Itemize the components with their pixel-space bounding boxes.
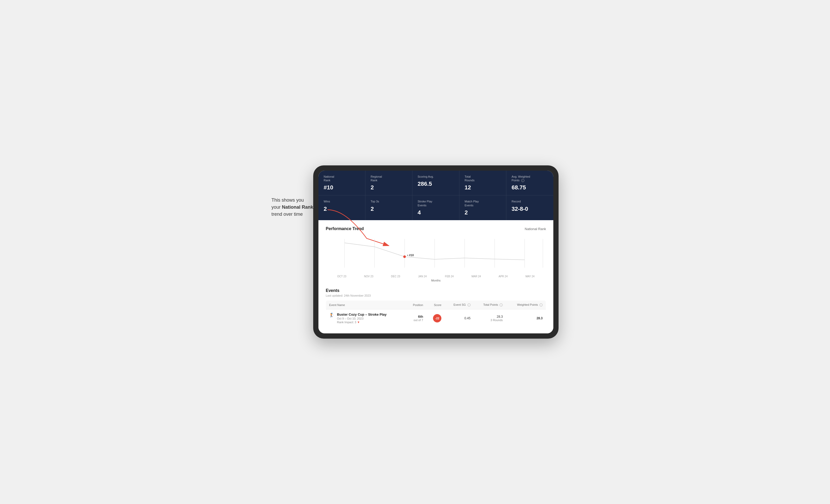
col-event-name: Event Name: [326, 301, 406, 309]
stat-scoring-avg-value: 286.5: [418, 180, 454, 187]
event-name: Buster Cozy Cup – Stroke Play: [337, 312, 387, 316]
x-label-apr24: APR 24: [490, 275, 516, 278]
weighted-points-cell: 28.3: [506, 309, 546, 327]
chart-header: Performance Trend National Rank: [326, 227, 546, 231]
scene: This shows you your National Rank trend …: [272, 165, 558, 339]
stat-scoring-avg-label: Scoring Avg.: [418, 175, 454, 178]
stat-avg-weighted-points: Avg. WeightedPoints i 68.75: [506, 171, 553, 196]
chart-svg: • #10: [326, 236, 546, 273]
stat-stroke-play-events: Stroke PlayEvents 4: [412, 195, 459, 220]
event-position-cell: 6th out of 7: [406, 309, 426, 327]
event-sg-value: 0.45: [464, 316, 470, 320]
stat-national-rank-value: #10: [324, 184, 360, 191]
stats-row2: Wins 2 Top 3s 2 Stroke PlayEvents 4 Matc…: [318, 195, 553, 220]
event-position-sub: out of 7: [409, 318, 423, 322]
col-event-sg: Event SG i: [445, 301, 474, 309]
events-last-updated: Last updated: 24th November 2023: [326, 294, 546, 297]
chart-section: Performance Trend National Rank: [318, 220, 553, 288]
stat-avg-weighted-value: 68.75: [512, 184, 548, 191]
x-label-feb24: FEB 24: [436, 275, 463, 278]
info-icon-tp: i: [500, 303, 503, 306]
stat-wins-value: 2: [324, 206, 360, 212]
stat-regional-rank-value: 2: [371, 184, 407, 191]
table-row: 🏌️ Buster Cozy Cup – Stroke Play Oct 9 –…: [326, 309, 546, 327]
total-points-value: 28.3: [477, 315, 503, 318]
stat-record: Record 32-8-0: [506, 195, 553, 220]
stat-national-rank: NationalRank #10: [318, 171, 365, 196]
x-label-mar24: MAR 24: [463, 275, 490, 278]
stats-row1: NationalRank #10 RegionalRank 2 Scoring …: [318, 171, 553, 196]
chart-x-labels: OCT 23 NOV 23 DEC 23 JAN 24 FEB 24 MAR 2…: [326, 275, 546, 278]
info-icon-wp: i: [540, 303, 543, 306]
x-label-jan24: JAN 24: [409, 275, 436, 278]
event-score-badge: -22: [433, 314, 441, 323]
stat-total-rounds-label: TotalRounds: [465, 175, 501, 182]
table-header-row: Event Name Position Score Event SG i: [326, 301, 546, 309]
tooltip-line2: your: [272, 204, 282, 210]
stat-wins: Wins 2: [318, 195, 365, 220]
stat-top3s-label: Top 3s: [371, 200, 407, 203]
event-score-cell: -22: [426, 309, 445, 327]
tooltip-line1: This shows you: [272, 198, 304, 203]
stat-top3s: Top 3s 2: [365, 195, 412, 220]
stat-regional-rank: RegionalRank 2: [365, 171, 412, 196]
tooltip-container: This shows you your National Rank trend …: [272, 197, 313, 218]
x-label-oct23: OCT 23: [328, 275, 355, 278]
stat-top3s-value: 2: [371, 206, 407, 212]
stat-record-label: Record: [512, 200, 548, 203]
stat-regional-rank-label: RegionalRank: [371, 175, 407, 182]
stat-stroke-play-label: Stroke PlayEvents: [418, 200, 454, 207]
events-table: Event Name Position Score Event SG i: [326, 300, 546, 327]
events-header: Events: [326, 288, 546, 293]
event-name-cell: 🏌️ Buster Cozy Cup – Stroke Play Oct 9 –…: [326, 309, 406, 327]
event-sg-cell: 0.45: [445, 309, 474, 327]
rank-impact: Rank Impact: 3 ▼: [337, 321, 387, 324]
x-label-dec23: DEC 23: [382, 275, 409, 278]
x-label-nov23: NOV 23: [355, 275, 382, 278]
col-total-points: Total Points i: [474, 301, 506, 309]
total-rounds-value: 3 Rounds: [477, 318, 503, 322]
x-label-may24: MAY 24: [516, 275, 543, 278]
total-points-cell: 28.3 3 Rounds: [474, 309, 506, 327]
tablet-device: NationalRank #10 RegionalRank 2 Scoring …: [313, 165, 558, 339]
tablet-screen: NationalRank #10 RegionalRank 2 Scoring …: [318, 171, 553, 333]
event-info: Buster Cozy Cup – Stroke Play Oct 9 – Oc…: [337, 312, 387, 324]
stat-national-rank-label: NationalRank: [324, 175, 360, 182]
stat-wins-label: Wins: [324, 200, 360, 203]
stat-avg-weighted-label: Avg. WeightedPoints i: [512, 175, 548, 182]
weighted-points-value: 28.3: [537, 316, 543, 320]
stat-total-rounds: TotalRounds 12: [459, 171, 506, 196]
rank-impact-label: Rank Impact: 3: [337, 321, 356, 324]
stat-record-value: 32-8-0: [512, 206, 548, 212]
chart-x-axis-label: Months: [326, 279, 546, 282]
chart-area: • #10: [326, 236, 546, 273]
chart-rank-label: • #10: [407, 254, 414, 257]
col-score: Score: [426, 301, 445, 309]
events-table-body: 🏌️ Buster Cozy Cup – Stroke Play Oct 9 –…: [326, 309, 546, 327]
stat-match-play-events: Match PlayEvents 2: [459, 195, 506, 220]
tooltip-bold: National Rank: [282, 204, 313, 210]
info-icon-sg: i: [468, 303, 471, 306]
rank-impact-arrow: ▼: [357, 321, 360, 324]
stat-scoring-avg: Scoring Avg. 286.5: [412, 171, 459, 196]
events-table-header: Event Name Position Score Event SG i: [326, 301, 546, 309]
chart-subtitle: National Rank: [524, 227, 546, 231]
stat-match-play-value: 2: [465, 209, 501, 216]
col-weighted-points: Weighted Points i: [506, 301, 546, 309]
chart-title: Performance Trend: [326, 227, 364, 231]
col-position: Position: [406, 301, 426, 309]
tooltip-line3: trend over time: [272, 211, 303, 217]
event-date: Oct 9 – Oct 10, 2023: [337, 317, 387, 320]
stat-match-play-label: Match PlayEvents: [465, 200, 501, 207]
event-position: 6th: [409, 314, 423, 318]
events-section: Events Last updated: 24th November 2023 …: [318, 288, 553, 333]
info-icon-1: i: [521, 179, 524, 182]
chart-dot: [403, 256, 406, 258]
stat-stroke-play-value: 4: [418, 209, 454, 216]
events-title: Events: [326, 288, 546, 293]
event-icon: 🏌️: [329, 312, 334, 317]
stat-total-rounds-value: 12: [465, 184, 501, 191]
